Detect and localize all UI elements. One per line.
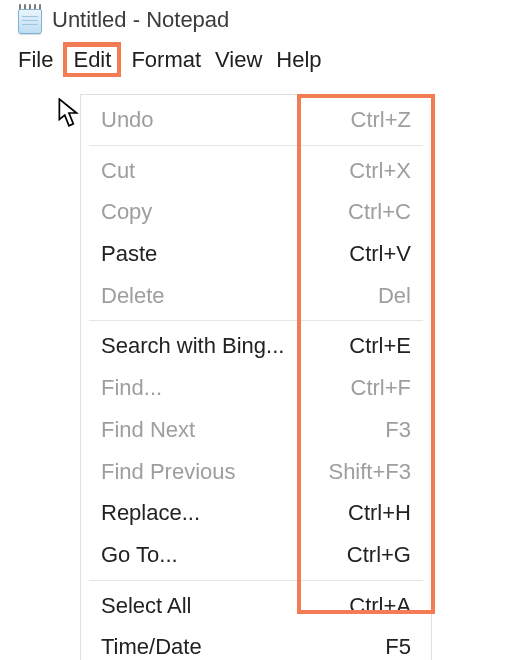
menu-item-label: Time/Date: [101, 632, 202, 660]
menu-separator: [89, 145, 423, 146]
menu-item-undo: UndoCtrl+Z: [89, 99, 423, 141]
cursor-icon: [58, 98, 80, 128]
menu-item-label: Find Previous: [101, 457, 236, 487]
menu-bar: File Edit Format View Help: [0, 38, 514, 81]
menu-item-label: Copy: [101, 197, 152, 227]
menu-item-shortcut: F5: [385, 632, 411, 660]
menu-item-cut: CutCtrl+X: [89, 150, 423, 192]
menu-item-copy: CopyCtrl+C: [89, 191, 423, 233]
menu-item-shortcut: Ctrl+E: [349, 331, 411, 361]
menu-separator: [89, 320, 423, 321]
menu-file[interactable]: File: [14, 45, 57, 75]
menu-separator: [89, 580, 423, 581]
window-title: Untitled - Notepad: [52, 7, 229, 33]
menu-item-label: Select All: [101, 591, 192, 621]
menu-item-label: Search with Bing...: [101, 331, 284, 361]
menu-edit[interactable]: Edit: [63, 42, 121, 77]
menu-item-shortcut: Ctrl+A: [349, 591, 411, 621]
menu-item-shortcut: Ctrl+C: [348, 197, 411, 227]
menu-item-shortcut: Ctrl+H: [348, 498, 411, 528]
menu-item-find: Find...Ctrl+F: [89, 367, 423, 409]
notepad-icon: [18, 6, 42, 34]
menu-item-shortcut: Ctrl+G: [347, 540, 411, 570]
menu-item-go-to[interactable]: Go To...Ctrl+G: [89, 534, 423, 576]
menu-item-shortcut: Shift+F3: [328, 457, 411, 487]
menu-item-find-next: Find NextF3: [89, 409, 423, 451]
menu-item-shortcut: Ctrl+V: [349, 239, 411, 269]
menu-item-replace[interactable]: Replace...Ctrl+H: [89, 492, 423, 534]
menu-item-delete: DeleteDel: [89, 275, 423, 317]
title-bar: Untitled - Notepad: [0, 0, 514, 38]
menu-item-label: Undo: [101, 105, 154, 135]
menu-item-time-date[interactable]: Time/DateF5: [89, 626, 423, 660]
menu-format[interactable]: Format: [127, 45, 205, 75]
menu-item-label: Delete: [101, 281, 165, 311]
menu-item-label: Find...: [101, 373, 162, 403]
menu-item-paste[interactable]: PasteCtrl+V: [89, 233, 423, 275]
menu-item-label: Find Next: [101, 415, 195, 445]
edit-dropdown: UndoCtrl+ZCutCtrl+XCopyCtrl+CPasteCtrl+V…: [80, 94, 432, 660]
menu-item-shortcut: F3: [385, 415, 411, 445]
menu-item-shortcut: Del: [378, 281, 411, 311]
menu-item-search-with-bing[interactable]: Search with Bing...Ctrl+E: [89, 325, 423, 367]
menu-view[interactable]: View: [211, 45, 266, 75]
menu-help[interactable]: Help: [272, 45, 325, 75]
menu-item-shortcut: Ctrl+X: [349, 156, 411, 186]
menu-item-label: Paste: [101, 239, 157, 269]
menu-item-label: Replace...: [101, 498, 200, 528]
menu-item-shortcut: Ctrl+Z: [351, 105, 412, 135]
menu-item-select-all[interactable]: Select AllCtrl+A: [89, 585, 423, 627]
menu-item-shortcut: Ctrl+F: [351, 373, 412, 403]
menu-item-find-previous: Find PreviousShift+F3: [89, 451, 423, 493]
menu-item-label: Cut: [101, 156, 135, 186]
menu-item-label: Go To...: [101, 540, 178, 570]
